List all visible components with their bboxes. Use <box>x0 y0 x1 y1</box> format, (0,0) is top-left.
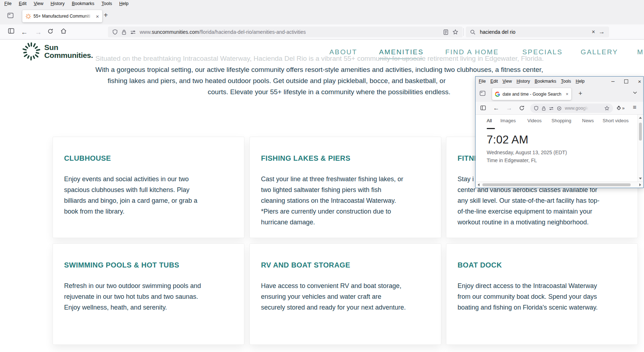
tab-close-icon[interactable]: × <box>96 14 99 19</box>
forward-button[interactable]: → <box>35 29 42 36</box>
card-title: FISHING LAKES & PIERS <box>261 154 441 163</box>
popup-permissions-icon[interactable] <box>549 106 554 110</box>
intro-line-3: fishing lakes and piers, and two heated … <box>108 77 446 85</box>
popup-menu-tools[interactable]: Tools <box>561 79 571 84</box>
popup-navigation-toolbar: ← → <box>476 102 643 115</box>
time-location: Time in Edgewater, FL <box>487 157 537 163</box>
reader-view-icon[interactable] <box>443 29 448 35</box>
popup-minimize-button[interactable]: – <box>611 78 614 84</box>
popup-reload-button[interactable] <box>519 105 524 111</box>
card-rv-boat-storage: RV AND BOAT STORAGE Have access to conve… <box>249 243 441 345</box>
bookmark-star-icon[interactable] <box>452 29 458 35</box>
menu-tools[interactable]: Tools <box>102 1 112 6</box>
scroll-right-arrow[interactable] <box>639 183 641 186</box>
popup-page-content: All Images Videos Shopping News Short vi… <box>476 115 638 182</box>
popup-lock-icon[interactable] <box>542 106 546 111</box>
horizontal-scroll-thumb[interactable] <box>482 183 631 186</box>
nav-gallery[interactable]: GALLERY <box>581 48 618 56</box>
reload-button[interactable] <box>48 28 53 34</box>
nav-more-truncated[interactable]: M <box>637 48 644 56</box>
popup-menu-bookmarks[interactable]: Bookmarks <box>535 79 556 84</box>
popup-menu-view[interactable]: View <box>503 79 512 84</box>
popup-sidebar-toggle-icon[interactable] <box>480 105 486 110</box>
gtab-images[interactable]: Images <box>500 118 516 123</box>
card-boat-dock: BOAT DOCK Enjoy direct access to the Int… <box>446 243 638 345</box>
logo-wordmark: SunCommunities. <box>44 44 93 59</box>
menu-bookmarks[interactable]: Bookmarks <box>72 1 95 6</box>
scroll-up-arrow[interactable] <box>639 117 642 119</box>
home-button[interactable] <box>60 28 67 34</box>
gtab-short-videos[interactable]: Short videos <box>603 118 629 123</box>
tab-sun-communities[interactable]: 55+ Manufactured Communiti × <box>22 10 102 22</box>
search-input[interactable] <box>479 29 588 35</box>
tab-bar: 55+ Manufactured Communiti × + <box>0 7 644 24</box>
popup-tab-google-search[interactable]: date and time - Google Search × <box>492 88 571 100</box>
popup-close-button[interactable]: × <box>638 78 641 84</box>
popup-new-tab-button[interactable]: + <box>578 90 582 97</box>
popup-tab-close-icon[interactable]: × <box>566 92 568 96</box>
tracking-shield-icon[interactable] <box>112 29 118 35</box>
card-title: CLUBHOUSE <box>64 154 244 163</box>
current-date: Wednesday, August 13, 2025 (EDT) <box>487 150 567 155</box>
popup-bookmark-star-icon[interactable] <box>604 106 609 111</box>
popup-url-text[interactable]: www.google <box>565 106 589 111</box>
gtab-videos[interactable]: Videos <box>527 118 542 123</box>
scroll-left-arrow[interactable] <box>478 183 479 186</box>
url-text[interactable]: www.suncommunities.com/florida/hacienda-… <box>140 29 306 35</box>
popup-horizontal-scrollbar[interactable] <box>476 182 643 187</box>
card-fishing-lakes-piers: FISHING LAKES & PIERS Cast your line at … <box>249 137 441 238</box>
sidebar-toggle-icon[interactable] <box>8 28 14 34</box>
card-title: SWIMMING POOLS & HOT TUBS <box>64 261 244 269</box>
menu-edit[interactable]: Edit <box>19 1 27 6</box>
clear-search-icon[interactable]: × <box>592 29 595 35</box>
popup-list-tabs-chevron-icon[interactable] <box>633 91 637 94</box>
popup-menu-hamburger-icon[interactable]: ≡ <box>633 104 636 111</box>
firefox-view-icon[interactable] <box>7 13 14 18</box>
gtab-shopping[interactable]: Shopping <box>551 118 571 123</box>
search-go-icon[interactable]: → <box>599 28 605 36</box>
permissions-icon[interactable] <box>130 30 136 35</box>
popup-menu-edit[interactable]: Edit <box>490 79 498 84</box>
gtab-news[interactable]: News <box>582 118 594 123</box>
tab-favicon-sunburst-icon <box>26 14 31 19</box>
card-body: Refresh in our two outdoor swimming pool… <box>64 280 244 313</box>
vertical-scroll-thumb[interactable] <box>639 123 642 141</box>
popup-vertical-scrollbar[interactable] <box>638 115 643 182</box>
active-tab-underline <box>487 128 495 129</box>
toolbar-divider <box>463 28 464 36</box>
popup-menu-help[interactable]: Help <box>576 79 585 84</box>
popup-menu-history[interactable]: History <box>517 79 530 84</box>
tab-title: 55+ Manufactured Communiti <box>33 13 93 19</box>
sun-communities-logo[interactable]: SunCommunities. <box>22 42 93 61</box>
popup-extensions-icon[interactable]: » <box>616 105 625 111</box>
google-favicon <box>495 92 500 97</box>
search-bar[interactable]: × → <box>466 27 609 37</box>
popup-firefox-view-icon[interactable] <box>479 91 486 96</box>
popup-tab-bar: date and time - Google Search × + <box>476 86 643 102</box>
lock-icon[interactable] <box>122 29 126 35</box>
popup-menu-file[interactable]: File <box>479 79 486 84</box>
new-tab-button[interactable]: + <box>104 11 108 19</box>
search-icon <box>470 29 476 35</box>
url-bar[interactable]: www.suncommunities.com/florida/hacienda-… <box>108 27 463 37</box>
current-time: 7:02 AM <box>487 133 528 146</box>
popup-shield-icon[interactable] <box>534 106 539 111</box>
popup-back-button[interactable]: ← <box>493 105 499 112</box>
popup-browser-window[interactable]: File Edit View History Bookmarks Tools H… <box>475 76 644 188</box>
card-body: Enjoy direct access to the Intracoastal … <box>458 280 638 313</box>
card-title: RV AND BOAT STORAGE <box>261 261 441 269</box>
menu-file[interactable]: File <box>4 1 12 6</box>
menu-help[interactable]: Help <box>119 1 129 6</box>
scroll-down-arrow[interactable] <box>639 178 642 179</box>
popup-forward-button[interactable]: → <box>506 105 512 112</box>
intro-line-1: Situated on the breathtaking Intracoasta… <box>95 55 544 63</box>
card-body: Enjoy events and social activities in ou… <box>64 174 244 217</box>
menu-view[interactable]: View <box>34 1 44 6</box>
back-button[interactable]: ← <box>21 29 28 36</box>
menu-history[interactable]: History <box>51 1 65 6</box>
gtab-all[interactable]: All <box>487 118 492 123</box>
popup-maximize-button[interactable] <box>624 79 628 83</box>
card-swimming-pools-hot-tubs: SWIMMING POOLS & HOT TUBS Refresh in our… <box>53 243 244 345</box>
popup-location-icon[interactable] <box>557 106 562 111</box>
popup-url-bar[interactable]: www.google <box>530 104 613 113</box>
